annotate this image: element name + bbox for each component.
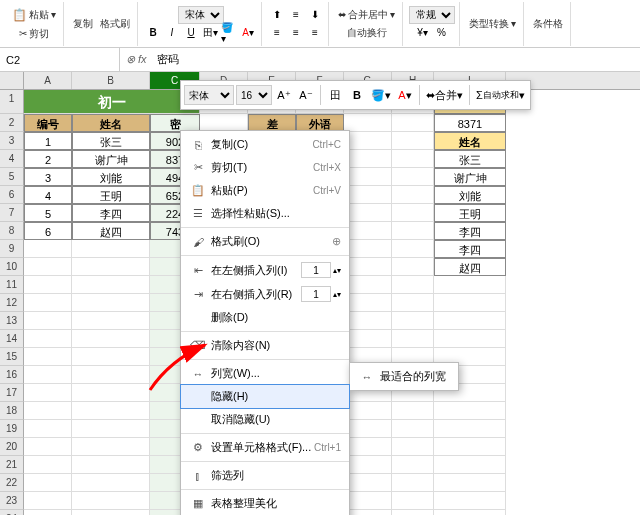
cell-id[interactable]: 3 [24,168,72,186]
row-header[interactable]: 18 [0,402,24,420]
cm-insert-left[interactable]: ⇤在左侧插入列(I)▴▾ [181,258,349,282]
row-header[interactable]: 15 [0,348,24,366]
cell-name[interactable]: 赵四 [72,222,150,240]
cell-id[interactable]: 2 [24,150,72,168]
cell-name2[interactable]: 李四 [434,222,506,240]
formula-input[interactable] [153,48,640,71]
mini-border-icon[interactable]: 田 [325,84,345,106]
row-header[interactable]: 20 [0,438,24,456]
select-all-corner[interactable] [0,72,24,89]
align-mid-button[interactable]: ≡ [287,6,305,24]
cell-id[interactable]: 1 [24,132,72,150]
row-header[interactable]: 3 [0,132,24,150]
row-header[interactable]: 9 [0,240,24,258]
italic-button[interactable]: I [163,24,181,42]
pwd-value-cell[interactable]: 8371 [434,114,506,132]
row-header[interactable]: 17 [0,384,24,402]
font-name-select[interactable]: 宋体 [178,6,224,24]
cell-name2[interactable]: 张三 [434,150,506,168]
percent-button[interactable]: % [433,24,451,42]
align-top-button[interactable]: ⬆ [268,6,286,24]
cell-name[interactable]: 李四 [72,204,150,222]
mini-merge-button[interactable]: ⬌合并▾ [424,84,465,106]
row-header[interactable]: 19 [0,420,24,438]
cell-id[interactable]: 4 [24,186,72,204]
cm-copy[interactable]: ⎘复制(C)Ctrl+C [181,133,349,156]
col-header-A[interactable]: A [24,72,72,89]
name-box[interactable]: C2 [0,48,120,71]
paste-button[interactable]: 📋粘贴▾ [8,5,59,25]
row-header[interactable]: 21 [0,456,24,474]
row-header[interactable]: 2 [0,114,24,132]
cell-name[interactable]: 张三 [72,132,150,150]
mini-size-select[interactable]: 16 [236,85,272,105]
title-cell[interactable]: 初一 [24,90,200,114]
cell-name2[interactable]: 刘能 [434,186,506,204]
row-header[interactable]: 13 [0,312,24,330]
row-header[interactable]: 6 [0,186,24,204]
cm-col-width[interactable]: ↔列宽(W)... ↔最适合的列宽 [181,362,349,385]
row-header[interactable]: 10 [0,258,24,276]
cut-button[interactable]: ✂剪切 [16,25,52,43]
cell-id[interactable]: 6 [24,222,72,240]
border-button[interactable]: 田▾ [201,24,219,42]
cm-insert-right[interactable]: ⇥在右侧插入列(R)▴▾ [181,282,349,306]
mini-fill-icon[interactable]: 🪣▾ [369,84,393,106]
fill-color-button[interactable]: 🪣▾ [220,24,238,42]
cm-paste[interactable]: 📋粘贴(P)Ctrl+V [181,179,349,202]
mini-bold-button[interactable]: B [347,84,367,106]
cm-filter[interactable]: ⫿筛选列 [181,464,349,487]
header-id[interactable]: 编号 [24,114,72,132]
align-bot-button[interactable]: ⬇ [306,6,324,24]
row-header[interactable]: 16 [0,366,24,384]
mini-font-select[interactable]: 宋体 [184,85,234,105]
cond-format-button[interactable]: 条件格 [530,15,566,33]
row-header[interactable]: 22 [0,474,24,492]
format-painter-button[interactable]: 格式刷 [97,15,133,33]
merge-center-button[interactable]: ⬌ 合并居中▾ [335,6,398,24]
row-header[interactable]: 1 [0,90,24,114]
cm-cut[interactable]: ✂剪切(T)Ctrl+X [181,156,349,179]
cm-delete[interactable]: 删除(D) [181,306,349,329]
cm-format-painter[interactable]: 🖌格式刷(O)⊕ [181,230,349,253]
cm-best-fit[interactable]: ↔最适合的列宽 [350,365,458,388]
row-header[interactable]: 14 [0,330,24,348]
cell-name2[interactable]: 王明 [434,204,506,222]
align-right-button[interactable]: ≡ [306,24,324,42]
cell-name[interactable]: 王明 [72,186,150,204]
type-convert-button[interactable]: 类型转换▾ [466,15,519,33]
row-header[interactable]: 24 [0,510,24,515]
mini-decrease-font[interactable]: A⁻ [296,84,316,106]
font-color-button[interactable]: A▾ [239,24,257,42]
row-header[interactable]: 4 [0,150,24,168]
row-header[interactable]: 11 [0,276,24,294]
cm-beautify[interactable]: ▦表格整理美化 [181,492,349,515]
align-left-button[interactable]: ≡ [268,24,286,42]
row-header[interactable]: 7 [0,204,24,222]
mini-increase-font[interactable]: A⁺ [274,84,294,106]
currency-button[interactable]: ¥▾ [414,24,432,42]
cell-name2[interactable]: 谢广坤 [434,168,506,186]
row-header[interactable]: 5 [0,168,24,186]
mini-sum-button[interactable]: Σ自动求和▾ [474,84,527,106]
cell-id[interactable]: 5 [24,204,72,222]
cm-paste-special[interactable]: ☰选择性粘贴(S)... [181,202,349,225]
mini-font-color-icon[interactable]: A▾ [395,84,415,106]
cm-insert-left-count[interactable] [301,262,331,278]
row-header[interactable]: 12 [0,294,24,312]
cm-insert-right-count[interactable] [301,286,331,302]
cm-clear[interactable]: ⌫清除内容(N) [181,334,349,357]
copy-button[interactable]: 复制 [70,15,96,33]
wrap-text-button[interactable]: 自动换行 [344,24,390,42]
cell-name[interactable]: 刘能 [72,168,150,186]
col-header-B[interactable]: B [72,72,150,89]
header-name[interactable]: 姓名 [72,114,150,132]
cm-unhide[interactable]: 取消隐藏(U) [181,408,349,431]
row-header[interactable]: 23 [0,492,24,510]
number-format-select[interactable]: 常规 [409,6,455,24]
cell-name2[interactable]: 姓名 [434,132,506,150]
align-center-button[interactable]: ≡ [287,24,305,42]
cm-hide[interactable]: 隐藏(H) [181,385,349,408]
fx-icon[interactable]: ⊗ fx [120,53,153,66]
cm-cell-format[interactable]: ⚙设置单元格格式(F)...Ctrl+1 [181,436,349,459]
